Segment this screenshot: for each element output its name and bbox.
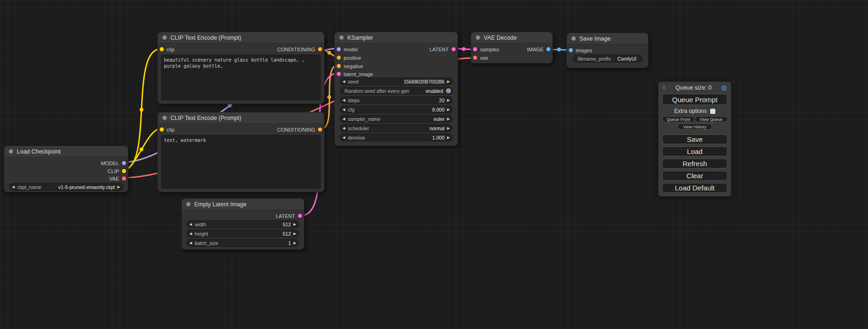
- collapse-dot-icon[interactable]: [9, 149, 13, 154]
- width-widget[interactable]: ◀ width 512 ▶: [186, 220, 299, 228]
- increment-icon[interactable]: ▶: [291, 220, 299, 228]
- decrement-icon[interactable]: ◀: [340, 77, 348, 85]
- settings-gear-icon[interactable]: ⚙: [721, 84, 727, 91]
- view-history-button[interactable]: View History: [677, 124, 712, 130]
- decrement-icon[interactable]: ◀: [340, 133, 348, 141]
- output-slot-vae[interactable]: VAE: [109, 175, 126, 182]
- input-slot-vae[interactable]: vae: [473, 54, 488, 62]
- output-slot-latent[interactable]: LATENT: [430, 45, 456, 53]
- ckpt-name-widget[interactable]: ◀ ckpt_name v1-5-pruned-emaonly.ckpt ▶: [9, 183, 123, 191]
- output-slot-clip[interactable]: CLIP: [108, 167, 126, 175]
- conditioning-port-icon[interactable]: [337, 56, 341, 60]
- node-save-image[interactable]: Save Image images filename_prefix ComfyU…: [566, 33, 649, 68]
- image-port-icon[interactable]: [569, 48, 573, 52]
- node-title-bar[interactable]: Save Image: [567, 33, 648, 44]
- save-button[interactable]: Save: [662, 134, 727, 144]
- refresh-button[interactable]: Refresh: [662, 159, 727, 168]
- input-slot-clip[interactable]: clip: [160, 45, 175, 53]
- model-port-icon[interactable]: [337, 47, 341, 51]
- denoise-widget[interactable]: ◀ denoise 1.000 ▶: [339, 133, 453, 141]
- decrement-icon[interactable]: ◀: [340, 124, 348, 132]
- node-ksampler[interactable]: KSampler model positive negative latent_…: [334, 32, 458, 146]
- collapse-dot-icon[interactable]: [572, 36, 576, 41]
- node-vae-decode[interactable]: VAE Decode samples vae IMAGE: [471, 32, 553, 63]
- input-slot-images[interactable]: images: [569, 46, 592, 54]
- collapse-dot-icon[interactable]: [162, 116, 167, 120]
- increment-icon[interactable]: ▶: [445, 105, 452, 113]
- input-slot-latent-image[interactable]: latent_image: [337, 70, 373, 78]
- decrement-icon[interactable]: ◀: [340, 115, 348, 123]
- decrement-icon[interactable]: ◀: [340, 96, 348, 104]
- node-title-bar[interactable]: KSampler: [335, 32, 458, 43]
- increment-icon[interactable]: ▶: [445, 124, 452, 132]
- latent-port-icon[interactable]: [473, 47, 477, 51]
- queue-prompt-button[interactable]: Queue Prompt: [662, 94, 727, 105]
- collapse-dot-icon[interactable]: [476, 35, 480, 40]
- input-slot-positive[interactable]: positive: [337, 54, 361, 62]
- prompt-textarea[interactable]: beautiful scenery nature glass bottle la…: [161, 55, 321, 100]
- seed-widget[interactable]: ◀ seed 156680208700286 ▶: [339, 77, 453, 85]
- collapse-dot-icon[interactable]: [162, 35, 167, 40]
- extra-options-checkbox[interactable]: [710, 109, 715, 114]
- load-default-button[interactable]: Load Default: [662, 183, 727, 193]
- latent-port-icon[interactable]: [452, 47, 456, 51]
- height-widget[interactable]: ◀ height 512 ▶: [186, 230, 299, 238]
- prev-value-icon[interactable]: ◀: [9, 183, 17, 191]
- increment-icon[interactable]: ▶: [445, 96, 452, 104]
- increment-icon[interactable]: ▶: [445, 133, 452, 141]
- node-title-bar[interactable]: VAE Decode: [471, 32, 552, 43]
- clip-port-icon[interactable]: [122, 169, 126, 173]
- batch-size-widget[interactable]: ◀ batch_size 1 ▶: [186, 239, 299, 247]
- increment-icon[interactable]: ▶: [291, 230, 299, 238]
- clip-port-icon[interactable]: [160, 47, 164, 51]
- cfg-widget[interactable]: ◀ cfg 8.000 ▶: [339, 105, 453, 113]
- output-slot-model[interactable]: MODEL: [101, 159, 126, 167]
- clip-port-icon[interactable]: [160, 127, 164, 132]
- next-value-icon[interactable]: ▶: [115, 183, 123, 191]
- increment-icon[interactable]: ▶: [291, 239, 299, 247]
- output-slot-image[interactable]: IMAGE: [527, 45, 550, 53]
- node-clip-text-encode-positive[interactable]: CLIP Text Encode (Prompt) clip CONDITION…: [157, 32, 325, 104]
- node-title-bar[interactable]: Load Checkpoint: [4, 146, 128, 157]
- collapse-dot-icon[interactable]: [339, 35, 344, 40]
- node-clip-text-encode-negative[interactable]: CLIP Text Encode (Prompt) clip CONDITION…: [157, 112, 325, 192]
- sampler-name-widget[interactable]: ◀ sampler_name euler ▶: [339, 115, 453, 123]
- increment-icon[interactable]: ▶: [445, 115, 452, 123]
- node-title-bar[interactable]: Empty Latent Image: [182, 199, 304, 210]
- graph-canvas[interactable]: Load Checkpoint MODEL CLIP VAE ◀ ckpt_na…: [0, 0, 868, 329]
- input-slot-model[interactable]: model: [337, 45, 358, 53]
- conditioning-port-icon[interactable]: [337, 64, 341, 68]
- latent-port-icon[interactable]: [337, 72, 341, 76]
- image-port-icon[interactable]: [546, 47, 550, 51]
- vae-port-icon[interactable]: [122, 176, 126, 181]
- toggle-knob-icon[interactable]: [446, 88, 451, 93]
- decrement-icon[interactable]: ◀: [187, 239, 195, 247]
- filename-prefix-widget[interactable]: filename_prefix ComfyUI: [572, 55, 642, 63]
- model-port-icon[interactable]: [122, 161, 126, 165]
- increment-icon[interactable]: ▶: [445, 77, 452, 85]
- node-empty-latent-image[interactable]: Empty Latent Image LATENT ◀ width 512 ▶ …: [181, 198, 304, 250]
- node-title-bar[interactable]: CLIP Text Encode (Prompt): [158, 32, 324, 43]
- node-load-checkpoint[interactable]: Load Checkpoint MODEL CLIP VAE ◀ ckpt_na…: [4, 146, 128, 192]
- vae-port-icon[interactable]: [473, 56, 477, 60]
- collapse-dot-icon[interactable]: [186, 202, 191, 206]
- scheduler-widget[interactable]: ◀ scheduler normal ▶: [339, 124, 453, 132]
- conditioning-port-icon[interactable]: [318, 47, 322, 51]
- output-slot-conditioning[interactable]: CONDITIONING: [277, 45, 322, 53]
- node-title-bar[interactable]: CLIP Text Encode (Prompt): [158, 112, 324, 124]
- input-slot-clip[interactable]: clip: [160, 126, 175, 133]
- latent-port-icon[interactable]: [298, 214, 302, 218]
- input-slot-samples[interactable]: samples: [473, 45, 499, 53]
- random-seed-widget[interactable]: Random seed after every gen enabled: [339, 87, 453, 95]
- decrement-icon[interactable]: ◀: [187, 220, 195, 228]
- steps-widget[interactable]: ◀ steps 20 ▶: [339, 96, 453, 104]
- load-button[interactable]: Load: [662, 147, 727, 156]
- decrement-icon[interactable]: ◀: [187, 230, 195, 238]
- clear-button[interactable]: Clear: [662, 171, 727, 181]
- input-slot-negative[interactable]: negative: [337, 62, 363, 70]
- decrement-icon[interactable]: ◀: [340, 105, 348, 113]
- conditioning-port-icon[interactable]: [318, 127, 322, 132]
- output-slot-conditioning[interactable]: CONDITIONING: [277, 126, 322, 133]
- prompt-textarea[interactable]: text, watermark: [161, 135, 321, 189]
- view-queue-button[interactable]: View Queue: [695, 116, 727, 122]
